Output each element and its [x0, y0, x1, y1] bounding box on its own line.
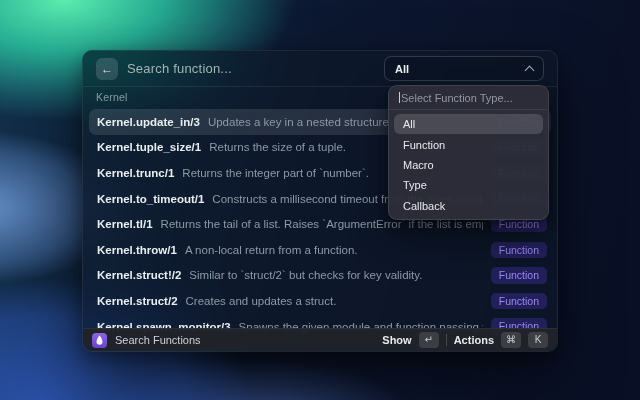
function-name: Kernel.throw/1: [97, 244, 177, 256]
function-description: A non-local return from a function.: [185, 244, 483, 256]
k-key-icon[interactable]: K: [528, 332, 548, 348]
function-name: Kernel.tuple_size/1: [97, 141, 201, 153]
actions-label[interactable]: Actions: [454, 334, 494, 346]
function-type-value: All: [395, 63, 409, 75]
command-title: Search Functions: [115, 334, 201, 346]
function-type-dropdown: Select Function Type... All Function Mac…: [388, 85, 549, 220]
list-item[interactable]: Kernel.throw/1 A non-local return from a…: [89, 237, 551, 263]
function-name: Kernel.struct/2: [97, 295, 178, 307]
list-item[interactable]: Kernel.struct/2 Creates and updates a st…: [89, 288, 551, 314]
dropdown-filter-input[interactable]: Select Function Type...: [389, 86, 548, 110]
function-name: Kernel.struct!/2: [97, 269, 181, 281]
section-header-kernel: Kernel: [96, 91, 128, 103]
dropdown-option-callback[interactable]: Callback: [394, 196, 543, 216]
function-description: Similar to `struct/2` but checks for key…: [189, 269, 482, 281]
back-button[interactable]: ←: [96, 58, 118, 80]
function-name: Kernel.trunc/1: [97, 167, 174, 179]
chevron-up-icon: [525, 66, 535, 76]
function-type-badge: Function: [491, 293, 547, 310]
return-key-icon[interactable]: ↵: [419, 332, 439, 348]
text-caret: [399, 92, 400, 103]
dropdown-option-function[interactable]: Function: [394, 134, 543, 154]
dropdown-option-macro[interactable]: Macro: [394, 155, 543, 175]
elixir-drop-icon: [92, 333, 107, 348]
list-item[interactable]: Kernel.struct!/2 Similar to `struct/2` b…: [89, 263, 551, 289]
footer-divider: [446, 334, 447, 346]
back-arrow-icon: ←: [101, 63, 113, 75]
show-label: Show: [382, 334, 411, 346]
function-name: Kernel.update_in/3: [97, 116, 200, 128]
function-description: Creates and updates a struct.: [186, 295, 483, 307]
dropdown-option-all[interactable]: All: [394, 114, 543, 134]
function-name: Kernel.to_timeout/1: [97, 193, 204, 205]
function-type-select[interactable]: All: [384, 56, 544, 81]
dropdown-placeholder: Select Function Type...: [401, 92, 513, 104]
cmd-key-icon[interactable]: ⌘: [501, 332, 521, 348]
command-palette-window: ← Search function... All Kernel Kernel.u…: [82, 50, 558, 352]
search-input[interactable]: Search function...: [127, 61, 232, 76]
function-name: Kernel.tl/1: [97, 218, 153, 230]
search-header: ← Search function... All: [83, 51, 557, 87]
dropdown-option-type[interactable]: Type: [394, 175, 543, 195]
function-type-badge: Function: [491, 242, 547, 259]
footer-shortcuts: Show ↵ Actions ⌘ K: [382, 332, 548, 348]
dropdown-options: All Function Macro Type Callback: [389, 110, 548, 220]
function-type-badge: Function: [491, 267, 547, 284]
status-bar: Search Functions Show ↵ Actions ⌘ K: [83, 328, 557, 351]
